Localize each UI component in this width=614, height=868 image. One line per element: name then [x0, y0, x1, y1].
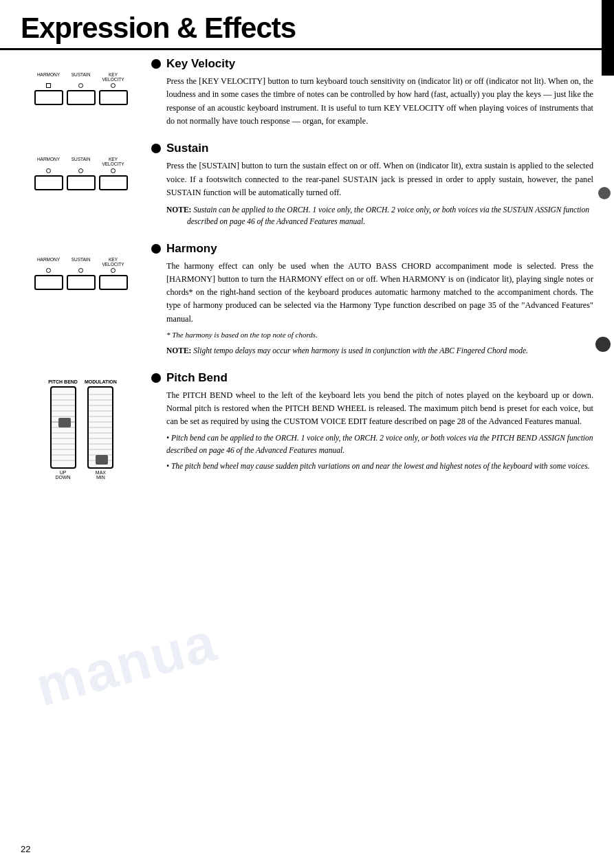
watermark: manua [30, 610, 224, 719]
harmony-label-su: HARMONY [34, 157, 63, 166]
down-label-diagram: DOWN [55, 475, 70, 480]
sustain-btn-su [67, 175, 96, 190]
harmony-footnote: * The harmony is based on the top note o… [166, 329, 593, 341]
kv-label-kv: KEYVELOCITY [99, 72, 128, 82]
kv-label-su: KEYVELOCITY [99, 157, 128, 166]
harmony-label-kv: HARMONY [34, 72, 63, 82]
wheel-thumb [58, 418, 71, 427]
sustain-indicator-kv [78, 83, 83, 88]
max-label-diagram: MAX [96, 470, 106, 475]
pitch-bend-section: PITCH BEND [21, 371, 593, 480]
right-indicator-ha [595, 337, 611, 352]
sustain-section: HARMONY SUSTAIN KEYVELOCITY [21, 142, 593, 227]
key-velocity-title: Key Velocity [166, 57, 235, 71]
sustain-label-kv: SUSTAIN [67, 72, 96, 82]
key-velocity-body: Press the [KEY VELOCITY] button to turn … [166, 75, 593, 128]
harmony-heading: Harmony [151, 242, 593, 256]
mod-thumb [96, 455, 108, 465]
right-tab-decoration [602, 0, 614, 76]
bullet-ha [151, 244, 161, 254]
note-label-su: NOTE: [166, 205, 191, 214]
harmony-note: NOTE: Slight tempo delays may occur when… [166, 345, 593, 357]
page-number: 22 [21, 844, 30, 854]
harmony-btn-ha [34, 275, 63, 290]
sustain-label-su: SUSTAIN [67, 157, 96, 166]
note-label-ha: NOTE: [166, 346, 191, 355]
sustain-ind-su [78, 168, 83, 173]
key-velocity-diagram: HARMONY SUSTAIN KEYVELOCITY [21, 57, 141, 128]
harmony-label-ha: HARMONY [34, 257, 63, 267]
kv-ind-su [111, 168, 116, 173]
right-indicator-su [598, 187, 611, 199]
sustain-text: Sustain Press the [SUSTAIN] button to tu… [141, 142, 593, 227]
bullet-pb [151, 373, 161, 383]
harmony-note-text: Slight tempo delays may occur when harmo… [193, 346, 528, 355]
up-label-diagram: UP [60, 470, 67, 475]
pitch-bend-text: Pitch Bend The PITCH BEND wheel to the l… [141, 371, 593, 480]
harmony-ind-ha [46, 268, 51, 273]
sustain-heading: Sustain [151, 142, 593, 155]
pitch-bend-bullet2: • The pitch bend wheel may cause sudden … [166, 460, 593, 472]
kv-label-ha: KEYVELOCITY [99, 257, 128, 267]
sustain-btn-ha [67, 275, 96, 290]
kv-btn-ha [99, 275, 128, 290]
pitch-bend-label-diagram: PITCH BEND [48, 379, 78, 384]
pitch-bend-wheel-box [50, 386, 76, 469]
key-velocity-section: HARMONY SUSTAIN KEYVELOCITY [21, 57, 593, 128]
harmony-btn-kv [34, 90, 63, 105]
kv-btn-su [99, 175, 128, 190]
sustain-ind-ha [78, 268, 83, 273]
sustain-body: Press the [SUSTAIN] button to turn the s… [166, 159, 593, 199]
kv-ind-ha [111, 268, 116, 273]
sustain-note: NOTE: Sustain can be applied to the ORCH… [166, 204, 593, 228]
pitch-bend-title: Pitch Bend [166, 371, 228, 385]
page-title: Expression & Effects [21, 12, 600, 48]
harmony-text: Harmony The harmony effect can only be u… [141, 242, 593, 357]
harmony-ind-su [46, 168, 51, 173]
pitch-bend-wheel-svg [52, 388, 76, 469]
pitch-bend-heading: Pitch Bend [151, 371, 593, 385]
harmony-btn-su [34, 175, 63, 190]
modulation-label-diagram: MODULATION [85, 379, 117, 384]
kv-indicator-kv [111, 83, 116, 88]
sustain-title: Sustain [166, 142, 208, 155]
harmony-section: HARMONY SUSTAIN KEYVELOCITY [21, 242, 593, 357]
min-label-diagram: MIN [96, 475, 105, 480]
pitch-bend-diagram: PITCH BEND [21, 371, 141, 480]
kv-btn-kv [99, 90, 128, 105]
bullet-kv [151, 59, 161, 69]
harmony-diagram: HARMONY SUSTAIN KEYVELOCITY [21, 242, 141, 357]
harmony-title: Harmony [166, 242, 217, 256]
sustain-btn-kv [67, 90, 96, 105]
bullet-su [151, 144, 161, 153]
harmony-body: The harmony effect can only be used when… [166, 260, 593, 326]
main-content: HARMONY SUSTAIN KEYVELOCITY [0, 50, 614, 520]
sustain-note-text: Sustain can be applied to the ORCH. 1 vo… [187, 205, 589, 225]
key-velocity-text: Key Velocity Press the [KEY VELOCITY] bu… [141, 57, 593, 128]
harmony-indicator-kv [46, 83, 51, 88]
mod-wheel-svg [89, 388, 113, 469]
key-velocity-heading: Key Velocity [151, 57, 593, 71]
page: Expression & Effects manua HARMONY SUSTA… [0, 0, 614, 868]
mod-wheel-box [87, 386, 113, 469]
sustain-diagram: HARMONY SUSTAIN KEYVELOCITY [21, 142, 141, 227]
pitch-bend-bullet1: • Pitch bend can be applied to the ORCH.… [166, 432, 593, 456]
page-title-area: Expression & Effects [0, 0, 614, 50]
pitch-bend-body: The PITCH BEND wheel to the left of the … [166, 389, 593, 429]
sustain-label-ha: SUSTAIN [67, 257, 96, 267]
